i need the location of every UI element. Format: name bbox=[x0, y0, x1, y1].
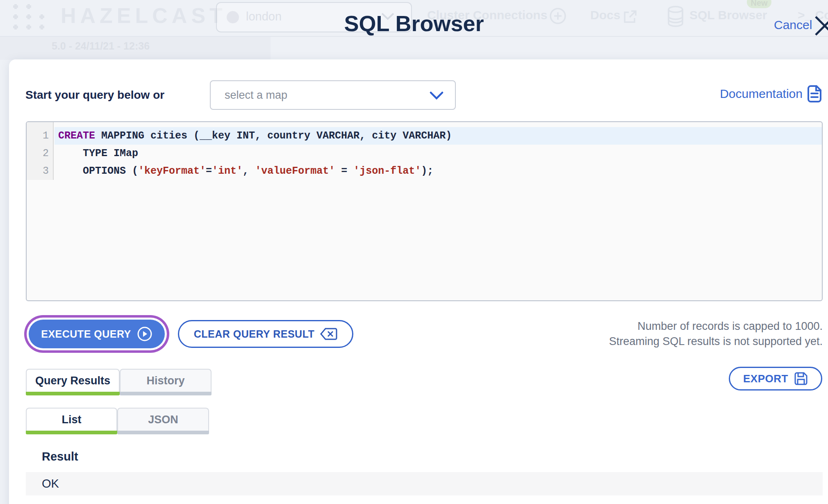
tab-query-results-indicator bbox=[26, 392, 120, 395]
page-title: SQL Browser bbox=[0, 11, 828, 36]
tab-history[interactable]: History bbox=[120, 369, 212, 392]
chevron-down-icon bbox=[430, 91, 444, 101]
backspace-icon bbox=[320, 327, 337, 341]
code-token-string: 'valueFormat' bbox=[255, 165, 335, 177]
new-badge: New bbox=[747, 0, 771, 8]
query-prompt-label: Start your query below or bbox=[25, 89, 164, 102]
code-token-plain: = bbox=[335, 165, 353, 177]
line-number: 3 bbox=[27, 162, 53, 180]
sql-browser-modal-screen: HAZELCAST 5.0 - 24/11/21 - 12:36 london … bbox=[0, 0, 828, 504]
clear-query-result-button[interactable]: CLEAR QUERY RESULT bbox=[178, 320, 353, 348]
result-column-header: Result bbox=[42, 450, 78, 463]
result-table: OK bbox=[26, 472, 823, 497]
sql-editor[interactable]: 123 CREATE MAPPING cities (__key INT, co… bbox=[26, 121, 823, 301]
tab-list[interactable]: List bbox=[26, 408, 117, 431]
code-line[interactable]: OPTIONS ('keyFormat'='int', 'valueFormat… bbox=[55, 162, 822, 180]
documentation-label: Documentation bbox=[720, 87, 803, 101]
code-line[interactable]: CREATE MAPPING cities (__key INT, countr… bbox=[55, 127, 822, 145]
code-token-plain: MAPPING cities (__key INT, country VARCH… bbox=[95, 130, 452, 142]
close-icon[interactable] bbox=[814, 16, 828, 36]
cancel-button[interactable]: Cancel bbox=[774, 18, 812, 32]
tab-query-results[interactable]: Query Results bbox=[26, 369, 120, 392]
line-number: 1 bbox=[27, 127, 53, 145]
query-notes: Number of records is capped to 1000. Str… bbox=[609, 319, 823, 349]
code-token-string: 'int' bbox=[212, 165, 243, 177]
note-streaming: Streaming SQL results is not supported y… bbox=[609, 334, 823, 349]
map-select-placeholder: select a map bbox=[225, 89, 287, 102]
play-circle-icon bbox=[137, 326, 152, 342]
code-token-plain: OPTIONS ( bbox=[58, 165, 138, 177]
code-token-plain: TYPE IMap bbox=[58, 148, 138, 159]
tab-json-indicator bbox=[117, 431, 209, 434]
code-lines: CREATE MAPPING cities (__key INT, countr… bbox=[55, 122, 822, 180]
code-token-plain: , bbox=[243, 165, 255, 177]
table-row: OK bbox=[26, 472, 823, 495]
code-token-plain: = bbox=[206, 165, 212, 177]
execute-query-button[interactable]: EXECUTE QUERY bbox=[29, 320, 165, 348]
save-icon bbox=[794, 372, 808, 386]
editor-gutter: 123 bbox=[27, 122, 54, 180]
document-icon bbox=[807, 84, 822, 103]
code-line[interactable]: TYPE IMap bbox=[55, 145, 822, 162]
note-records-cap: Number of records is capped to 1000. bbox=[609, 319, 823, 334]
code-token-keyword: CREATE bbox=[58, 130, 95, 142]
map-select-dropdown[interactable]: select a map bbox=[210, 80, 456, 110]
tab-history-indicator bbox=[120, 392, 212, 395]
code-token-plain: ); bbox=[421, 165, 433, 177]
export-button[interactable]: EXPORT bbox=[729, 367, 822, 390]
cluster-version-text: 5.0 - 24/11/21 - 12:36 bbox=[52, 40, 150, 52]
tab-list-indicator bbox=[26, 431, 117, 434]
line-number: 2 bbox=[27, 145, 53, 162]
tab-json[interactable]: JSON bbox=[117, 408, 209, 431]
code-token-string: 'keyFormat' bbox=[138, 165, 206, 177]
code-token-string: 'json-flat' bbox=[353, 165, 421, 177]
documentation-link[interactable]: Documentation bbox=[720, 84, 822, 103]
